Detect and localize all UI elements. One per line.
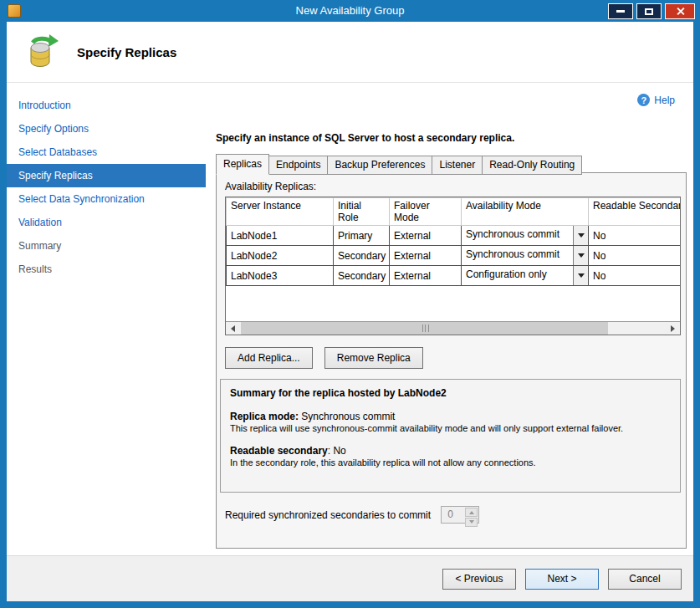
grid-header-row: Server Instance Initial Role Failover Mo… — [227, 198, 682, 226]
tab-read-only-routing[interactable]: Read-Only Routing — [482, 156, 582, 175]
next-button[interactable]: Next > — [525, 569, 599, 590]
wizard-footer: < Previous Next > Cancel — [7, 555, 693, 601]
cancel-button[interactable]: Cancel — [608, 569, 682, 590]
remove-replica-button[interactable]: Remove Replica — [324, 347, 423, 369]
availability-mode-dropdown[interactable]: Synchronous commit — [462, 226, 589, 246]
replicas-tab-page: Availability Replicas: Server Instance I… — [216, 172, 687, 549]
cell-initial-role: Secondary — [334, 246, 390, 266]
sidebar-item-introduction[interactable]: Introduction — [7, 94, 206, 117]
chevron-down-icon[interactable] — [573, 226, 588, 245]
readable-secondary-description: In the secondary role, this availability… — [230, 457, 671, 467]
cell-server-instance: LabNode1 — [227, 226, 334, 246]
tab-endpoints[interactable]: Endpoints — [268, 156, 328, 175]
availability-replicas-grid[interactable]: Server Instance Initial Role Failover Mo… — [225, 197, 681, 335]
availability-replicas-label: Availability Replicas: — [225, 181, 316, 192]
replica-summary-panel: Summary for the replica hosted by LabNod… — [220, 379, 681, 493]
table-row[interactable]: LabNode1 Primary External Synchronous co… — [227, 226, 682, 246]
tab-strip: Replicas Endpoints Backup Preferences Li… — [216, 156, 581, 175]
tab-backup-preferences[interactable]: Backup Preferences — [327, 156, 432, 175]
new-availability-group-window: New Availability Group Specify Replicas — [0, 0, 700, 608]
column-header-availability-mode: Availability Mode — [462, 198, 589, 226]
column-header-server-instance: Server Instance — [227, 198, 334, 226]
wizard-header: Specify Replicas — [7, 22, 693, 83]
replica-mode-line: Replica mode: Synchronous commit — [230, 411, 671, 422]
availability-mode-value: Configuration only — [462, 266, 573, 285]
readable-secondary-line: Readable secondary: No — [230, 445, 671, 457]
cell-initial-role: Secondary — [334, 266, 390, 286]
previous-button[interactable]: < Previous — [442, 569, 516, 590]
cell-readable-secondary: No — [589, 266, 682, 286]
table-row[interactable]: LabNode3 Secondary External Configuratio… — [227, 266, 682, 286]
column-header-readable-secondary: Readable Secondary — [589, 198, 682, 226]
spinner-value: 0 — [447, 508, 453, 520]
add-replica-button[interactable]: Add Replica... — [225, 347, 313, 369]
maximize-button[interactable] — [636, 3, 662, 19]
help-link[interactable]: Help — [637, 94, 675, 106]
availability-mode-dropdown[interactable]: Configuration only — [462, 266, 589, 286]
sidebar-item-specify-replicas[interactable]: Specify Replicas — [7, 164, 206, 187]
help-label: Help — [654, 95, 675, 106]
maximize-icon — [645, 8, 653, 15]
sidebar-item-select-databases[interactable]: Select Databases — [7, 141, 206, 164]
availability-mode-value: Synchronous commit — [462, 246, 573, 265]
help-icon — [637, 94, 650, 106]
horizontal-scrollbar[interactable] — [226, 321, 680, 335]
sidebar-item-specify-options[interactable]: Specify Options — [7, 117, 206, 141]
column-header-failover-mode: Failover Mode — [390, 198, 462, 226]
window-title: New Availability Group — [0, 4, 700, 17]
availability-group-icon — [22, 33, 60, 74]
spinner-up-icon — [465, 508, 478, 517]
spinner-down-icon — [465, 518, 478, 527]
chevron-down-icon[interactable] — [573, 266, 588, 285]
replica-mode-description: This replica will use synchronous-commit… — [230, 423, 671, 433]
cell-readable-secondary: No — [589, 226, 682, 246]
cell-failover-mode: External — [390, 246, 462, 266]
scrollbar-thumb[interactable] — [241, 322, 608, 335]
sidebar-item-results: Results — [7, 258, 206, 281]
required-secondaries-label: Required synchronized secondaries to com… — [225, 509, 431, 521]
scrollbar-track[interactable] — [239, 322, 667, 335]
cell-server-instance: LabNode2 — [227, 246, 334, 266]
wizard-dialog: Specify Replicas Introduction Specify Op… — [7, 22, 693, 601]
cell-server-instance: LabNode3 — [227, 266, 334, 286]
required-secondaries-spinner: 0 — [441, 506, 479, 524]
minimize-button[interactable] — [608, 3, 633, 19]
sidebar-item-summary: Summary — [7, 234, 206, 258]
cell-failover-mode: External — [390, 266, 462, 286]
tab-listener[interactable]: Listener — [432, 156, 483, 175]
instruction-text: Specify an instance of SQL Server to hos… — [216, 132, 514, 144]
sidebar-item-select-data-synchronization[interactable]: Select Data Synchronization — [7, 187, 206, 211]
page-title: Specify Replicas — [77, 45, 176, 59]
column-header-initial-role: Initial Role — [334, 198, 390, 226]
cell-readable-secondary: No — [589, 246, 682, 266]
summary-title: Summary for the replica hosted by LabNod… — [230, 387, 671, 399]
availability-mode-value: Synchronous commit — [462, 226, 573, 245]
minimize-icon — [616, 10, 625, 13]
chevron-down-icon[interactable] — [573, 246, 588, 265]
sidebar-item-validation[interactable]: Validation — [7, 211, 206, 234]
cell-initial-role: Primary — [334, 226, 390, 246]
scroll-right-icon[interactable] — [667, 322, 680, 335]
cell-failover-mode: External — [390, 226, 462, 246]
wizard-steps-sidebar: Introduction Specify Options Select Data… — [7, 84, 206, 555]
close-icon — [676, 7, 685, 16]
table-row[interactable]: LabNode2 Secondary External Synchronous … — [227, 246, 682, 266]
wizard-content: Help Specify an instance of SQL Server t… — [206, 84, 693, 555]
required-secondaries-row: Required synchronized secondaries to com… — [225, 506, 479, 524]
availability-mode-dropdown[interactable]: Synchronous commit — [462, 246, 589, 266]
scroll-left-icon[interactable] — [226, 322, 239, 335]
tab-replicas[interactable]: Replicas — [216, 154, 269, 175]
close-button[interactable] — [665, 3, 695, 19]
titlebar[interactable]: New Availability Group — [0, 0, 700, 22]
